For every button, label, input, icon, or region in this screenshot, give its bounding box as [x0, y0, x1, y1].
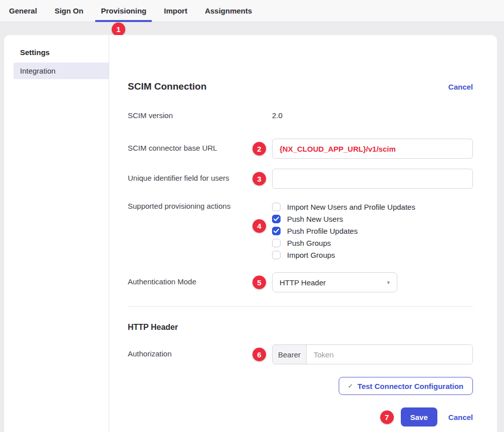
- base-url-label: SCIM connector base URL: [128, 139, 272, 152]
- scim-version-row: SCIM version 2.0: [128, 111, 473, 120]
- base-url-row: SCIM connector base URL 2: [128, 139, 473, 159]
- scim-version-label: SCIM version: [128, 111, 272, 120]
- bearer-prefix: Bearer: [273, 345, 307, 364]
- tab-provisioning[interactable]: Provisioning: [101, 0, 146, 22]
- option-import-groups[interactable]: Import Groups: [272, 251, 473, 259]
- tab-sign-on[interactable]: Sign On: [55, 0, 84, 22]
- test-connector-button[interactable]: ✓ Test Connector Configuration: [339, 377, 473, 395]
- authorization-label: Authorization: [128, 344, 272, 358]
- checkbox-import-groups[interactable]: [272, 251, 281, 259]
- tab-general[interactable]: General: [9, 0, 37, 22]
- checkbox-push-new-users[interactable]: [272, 215, 281, 223]
- provisioning-actions-row: Supported provisioning actions 4 Import …: [128, 202, 473, 259]
- step-badge-2: 2: [253, 142, 266, 156]
- page-title: SCIM Connection: [128, 81, 206, 92]
- save-row: 7 Save Cancel: [128, 407, 473, 426]
- unique-id-label: Unique identifier field for users: [128, 169, 272, 182]
- http-header-heading: HTTP Header: [128, 323, 473, 332]
- step-badge-1: 1: [112, 23, 125, 36]
- sidebar-item-integration[interactable]: Integration: [14, 63, 109, 79]
- authorization-row: Authorization 6 Bearer: [128, 344, 473, 364]
- step-badge-3: 3: [253, 172, 266, 186]
- option-push-groups[interactable]: Push Groups: [272, 239, 473, 247]
- save-button[interactable]: Save: [401, 407, 437, 426]
- option-push-new-users[interactable]: Push New Users: [272, 215, 473, 223]
- base-url-input[interactable]: [272, 139, 473, 159]
- tab-import[interactable]: Import: [164, 0, 187, 22]
- auth-mode-row: Authentication Mode 5 HTTP Header ▾: [128, 272, 473, 292]
- step-badge-5: 5: [253, 276, 266, 289]
- option-label: Import New Users and Profile Updates: [287, 203, 415, 211]
- cancel-link-bottom[interactable]: Cancel: [448, 413, 473, 421]
- auth-mode-select[interactable]: HTTP Header ▾: [272, 272, 397, 292]
- main-content: SCIM Connection Cancel SCIM version 2.0 …: [109, 35, 497, 432]
- auth-mode-label: Authentication Mode: [128, 272, 272, 286]
- step-badge-7: 7: [380, 410, 394, 424]
- step-badge-6: 6: [253, 348, 266, 361]
- checkbox-push-profile-updates[interactable]: [272, 227, 281, 235]
- provisioning-actions-list: Import New Users and Profile Updates Pus…: [272, 202, 473, 259]
- cancel-link-top[interactable]: Cancel: [448, 83, 473, 91]
- settings-card: Settings Integration SCIM Connection Can…: [4, 35, 497, 432]
- checkbox-push-groups[interactable]: [272, 239, 281, 247]
- option-label: Import Groups: [287, 251, 335, 259]
- option-import-new-users[interactable]: Import New Users and Profile Updates: [272, 203, 473, 211]
- checkbox-import-new-users[interactable]: [272, 203, 281, 211]
- unique-id-input[interactable]: [272, 169, 473, 189]
- option-label: Push New Users: [287, 215, 343, 223]
- unique-id-row: Unique identifier field for users 3: [128, 169, 473, 189]
- title-row: SCIM Connection Cancel: [128, 81, 473, 92]
- token-input[interactable]: [307, 345, 472, 364]
- chevron-down-icon: ▾: [387, 279, 390, 286]
- test-connector-row: ✓ Test Connector Configuration: [128, 377, 473, 395]
- page: General Sign On Provisioning Import Assi…: [0, 0, 504, 432]
- section-divider: [128, 306, 473, 307]
- scim-version-value: 2.0: [272, 111, 283, 120]
- authorization-input-group: Bearer: [272, 344, 473, 364]
- app-tabbar: General Sign On Provisioning Import Assi…: [0, 0, 504, 22]
- sidebar-heading-settings: Settings: [4, 48, 109, 57]
- option-label: Push Profile Updates: [287, 227, 358, 235]
- sidebar: Settings Integration: [4, 35, 109, 432]
- check-icon: ✓: [348, 382, 353, 389]
- option-label: Push Groups: [287, 239, 331, 247]
- option-push-profile-updates[interactable]: Push Profile Updates: [272, 227, 473, 235]
- tab-assignments[interactable]: Assignments: [205, 0, 252, 22]
- test-connector-label: Test Connector Configuration: [358, 382, 463, 390]
- provisioning-actions-label: Supported provisioning actions: [128, 202, 272, 210]
- auth-mode-selected-value: HTTP Header: [280, 278, 326, 287]
- step-badge-4: 4: [253, 219, 266, 233]
